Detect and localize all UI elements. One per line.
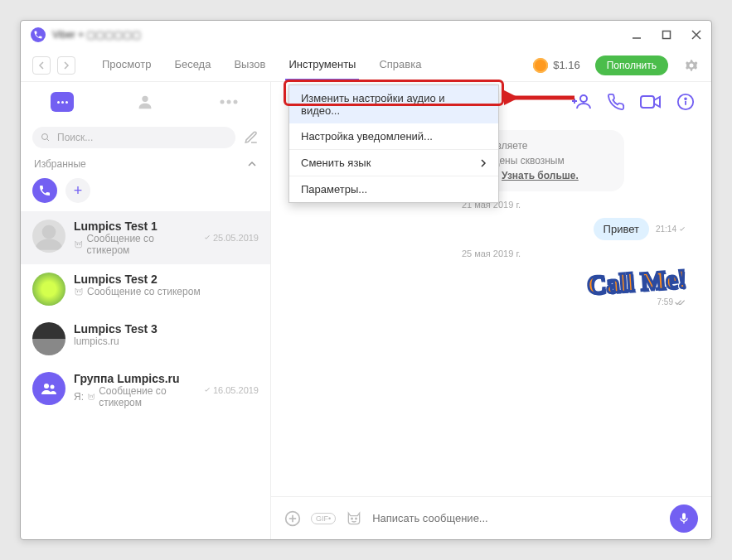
viber-logo-icon: [31, 27, 46, 42]
delivered-check-icon: [678, 225, 686, 234]
check-icon: [203, 234, 211, 242]
nav-back-button[interactable]: [32, 56, 51, 75]
svg-point-8: [42, 134, 48, 140]
menu-audio-video-settings[interactable]: Изменить настройки аудио и видео...: [289, 85, 498, 123]
balance-display: $1.16: [533, 58, 580, 73]
avatar: [32, 372, 65, 405]
sticker-picker-icon[interactable]: [346, 510, 362, 527]
chat-name: Lumpics Test 3: [74, 322, 259, 336]
tools-dropdown-menu: Изменить настройки аудио и видео... Наст…: [288, 84, 499, 203]
menu-view[interactable]: Просмотр: [99, 50, 154, 80]
mic-button[interactable]: [670, 504, 698, 533]
message-time: 21:14: [656, 224, 686, 234]
search-placeholder: Поиск...: [57, 132, 93, 143]
viber-phone-icon: [38, 184, 51, 197]
chat-name: Группа Lumpics.ru: [74, 372, 195, 385]
info-icon[interactable]: [676, 93, 695, 111]
cat-sticker-icon: [74, 287, 84, 297]
tab-more[interactable]: [187, 82, 270, 122]
video-call-icon[interactable]: [640, 93, 662, 111]
svg-point-14: [80, 292, 80, 292]
svg-point-15: [44, 384, 49, 389]
menu-parameters[interactable]: Параметры...: [289, 176, 498, 202]
titlebar: Viber + ▢▢▢▢▢▢: [21, 21, 711, 49]
coin-icon: [533, 58, 548, 73]
menu-tools[interactable]: Инструменты: [285, 50, 359, 80]
svg-point-12: [80, 244, 80, 245]
minimize-button[interactable]: [632, 30, 642, 40]
cat-sticker-icon: [87, 392, 95, 402]
search-input[interactable]: Поиск...: [32, 127, 235, 148]
topup-button[interactable]: Пополнить: [595, 56, 668, 75]
voice-call-icon[interactable]: [607, 93, 625, 111]
svg-line-9: [47, 139, 50, 142]
search-icon: [41, 133, 51, 142]
chat-item[interactable]: Lumpics Test 1 Сообщение со стикером 25.…: [21, 211, 270, 264]
message-bubble: Привет: [594, 218, 649, 240]
learn-more-link[interactable]: Узнать больше.: [502, 170, 579, 181]
chat-item[interactable]: Lumpics Test 2 Сообщение со стикером: [21, 264, 270, 314]
chevron-up-icon: [247, 159, 257, 169]
menu-help[interactable]: Справка: [376, 50, 424, 80]
window-title: Viber + ▢▢▢▢▢▢: [52, 29, 141, 41]
svg-point-19: [580, 95, 587, 102]
gif-icon[interactable]: GIF•: [311, 513, 336, 524]
attach-plus-icon[interactable]: [284, 510, 301, 527]
svg-point-25: [685, 98, 686, 99]
svg-point-18: [92, 397, 93, 398]
svg-point-16: [51, 385, 55, 389]
read-doublecheck-icon: [675, 298, 686, 307]
chat-item[interactable]: Группа Lumpics.ru Я: Сообщение со стикер…: [21, 364, 270, 417]
tab-contacts[interactable]: [104, 82, 187, 122]
menu-change-language[interactable]: Сменить язык: [289, 150, 498, 176]
person-icon: [136, 93, 154, 111]
avatar: [32, 220, 65, 253]
favorites-header[interactable]: Избранные: [21, 153, 270, 175]
svg-point-10: [42, 225, 56, 239]
svg-point-4: [143, 96, 148, 102]
toolbar: Просмотр Беседа Вызов Инструменты Справк…: [21, 49, 711, 82]
favorite-viber[interactable]: [32, 178, 57, 203]
avatar: [32, 322, 65, 355]
message-composer: GIF•: [271, 496, 711, 539]
sidebar: Поиск... Избранные + Lumpics Test 1: [21, 82, 271, 539]
balance-amount: $1.16: [553, 59, 580, 71]
cat-sticker-icon: [74, 239, 83, 249]
menu-chat[interactable]: Беседа: [171, 50, 214, 80]
menu-call[interactable]: Вызов: [230, 50, 269, 80]
avatar: [32, 273, 65, 306]
call-me-sticker: Call Me!: [586, 263, 687, 301]
settings-gear-icon[interactable]: [683, 57, 700, 74]
svg-point-11: [77, 244, 78, 245]
message-input[interactable]: [372, 512, 660, 524]
svg-point-7: [233, 100, 237, 104]
svg-rect-1: [663, 31, 671, 39]
tab-chats[interactable]: [21, 82, 104, 122]
close-button[interactable]: [691, 30, 701, 40]
check-icon: [203, 386, 211, 394]
menu-notification-settings[interactable]: Настройка уведомлений...: [289, 123, 498, 149]
maximize-button[interactable]: [662, 30, 671, 40]
svg-rect-22: [641, 96, 654, 108]
sticker-message: Call Me! 7:59: [296, 267, 686, 307]
svg-point-5: [220, 100, 224, 104]
add-contact-icon[interactable]: [572, 92, 592, 112]
chat-icon: [51, 92, 74, 112]
more-dots-icon: [220, 99, 238, 104]
svg-point-30: [356, 518, 357, 519]
nav-forward-button[interactable]: [57, 56, 75, 75]
favorite-add-button[interactable]: +: [65, 178, 90, 203]
svg-point-29: [351, 518, 353, 519]
chat-list: Lumpics Test 1 Сообщение со стикером 25.…: [21, 211, 270, 539]
chat-name: Lumpics Test 2: [74, 273, 259, 286]
compose-button[interactable]: [244, 130, 259, 145]
chat-item[interactable]: Lumpics Test 3 lumpics.ru: [21, 314, 270, 364]
chevron-right-icon: [480, 159, 487, 167]
svg-point-13: [77, 292, 78, 292]
chat-name: Lumpics Test 1: [74, 220, 195, 233]
date-separator: 25 мая 2019 г.: [296, 249, 686, 258]
svg-point-17: [90, 397, 90, 398]
svg-point-6: [226, 100, 230, 104]
